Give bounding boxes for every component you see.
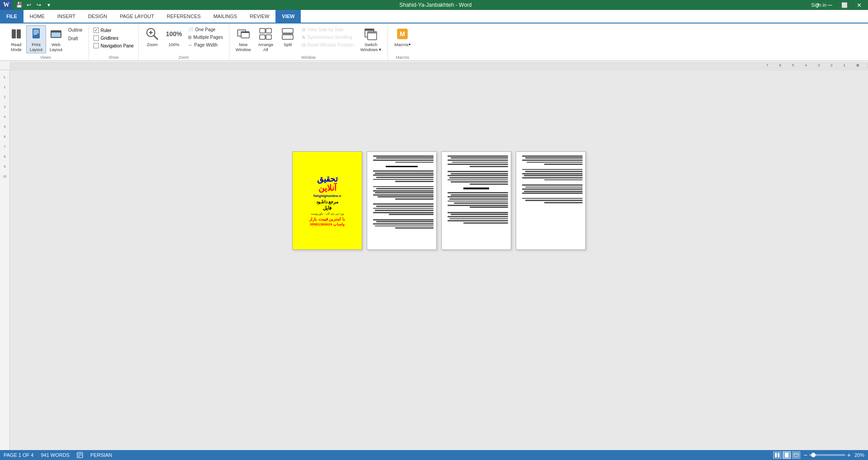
svg-rect-6 bbox=[33, 34, 37, 35]
zoom-out-button[interactable]: − bbox=[804, 452, 807, 458]
customize-qat-button[interactable]: ▾ bbox=[44, 0, 53, 9]
svg-rect-3 bbox=[33, 30, 39, 31]
split-button[interactable]: Split bbox=[278, 25, 298, 48]
tab-insert[interactable]: INSERT bbox=[51, 10, 82, 23]
macros-button[interactable]: M Macros ▾ bbox=[392, 25, 413, 48]
multiple-pages-button[interactable]: ⊞ Multiple Pages bbox=[186, 34, 225, 41]
language: PERSIAN bbox=[90, 452, 112, 458]
redo-button[interactable]: ↪ bbox=[34, 0, 43, 9]
macros-group-label: Macros bbox=[388, 55, 417, 60]
tab-references[interactable]: REFERENCES bbox=[160, 10, 207, 23]
outline-button[interactable]: Outline bbox=[66, 26, 85, 34]
ad-sub2: فایل bbox=[323, 205, 331, 211]
zoom-slider-thumb[interactable] bbox=[811, 453, 816, 457]
print-layout-icon bbox=[29, 27, 43, 41]
quick-access-toolbar: 💾 ↩ ↪ ▾ bbox=[13, 0, 55, 10]
svg-rect-20 bbox=[266, 35, 271, 39]
multiple-pages-label: Multiple Pages bbox=[193, 35, 223, 40]
tab-home[interactable]: HOME bbox=[23, 10, 51, 23]
left-ruler-mark-6: 6 bbox=[4, 131, 6, 141]
svg-line-11 bbox=[154, 36, 158, 39]
gridlines-checkbox[interactable]: Gridlines bbox=[93, 35, 119, 41]
document-canvas[interactable]: تحقیق آنلاین Tahghighonline.ir مرجع دانل… bbox=[10, 70, 868, 450]
close-button[interactable]: ✕ bbox=[852, 0, 866, 10]
split-label: Split bbox=[284, 42, 292, 47]
synchronous-scrolling-label: Synchronous Scrolling bbox=[307, 35, 352, 40]
reset-window-position-button[interactable]: ⊡ Reset Window Position bbox=[299, 42, 356, 48]
ad-price: با کمترین قیمت بازار bbox=[309, 217, 345, 221]
web-layout-icon bbox=[49, 27, 63, 41]
zoom-label: Zoom bbox=[147, 42, 158, 47]
tab-file[interactable]: FILE bbox=[0, 10, 23, 23]
view-side-by-side-label: View Side by Side bbox=[307, 27, 343, 32]
show-group: Ruler Gridlines Navigation Pane Show bbox=[89, 25, 139, 60]
page-info: PAGE 1 OF 4 bbox=[4, 452, 33, 458]
tab-mailings[interactable]: MAILINGS bbox=[207, 10, 243, 23]
zoom-button[interactable]: Zoom bbox=[142, 25, 162, 48]
navigation-pane-label: Navigation Pane bbox=[101, 43, 134, 48]
ruler-mark-2: 2 bbox=[831, 63, 832, 67]
one-page-button[interactable]: 📄 One Page bbox=[186, 26, 225, 33]
svg-rect-21 bbox=[282, 28, 293, 33]
draft-button[interactable]: Draft bbox=[66, 35, 85, 42]
one-page-label: One Page bbox=[195, 27, 215, 32]
svg-rect-27 bbox=[368, 32, 377, 33]
zoom-percent-text: 20% bbox=[854, 452, 864, 458]
ruler-mark-3: 3 bbox=[818, 63, 820, 67]
word-count-text: 941 WORDS bbox=[41, 452, 70, 458]
navigation-pane-checkbox[interactable]: Navigation Pane bbox=[93, 42, 135, 49]
arrange-all-label: ArrangeAll bbox=[258, 42, 273, 52]
zoom-slider[interactable] bbox=[809, 454, 845, 456]
ruler-checkbox[interactable]: Ruler bbox=[93, 27, 112, 33]
left-ruler-mark-L: L bbox=[4, 72, 5, 82]
new-window-button[interactable]: NewWindow bbox=[233, 25, 254, 53]
save-button[interactable]: 💾 bbox=[14, 0, 23, 9]
nav-pane-checkbox-icon bbox=[93, 43, 99, 48]
tab-review[interactable]: REVIEW bbox=[243, 10, 275, 23]
status-bar: PAGE 1 OF 4 941 WORDS PERSIAN bbox=[0, 450, 868, 460]
print-layout-button[interactable]: PrintLayout bbox=[26, 25, 46, 53]
gridlines-checkbox-icon bbox=[93, 35, 99, 41]
left-ruler-mark-2: 2 bbox=[4, 92, 6, 102]
page1-content: تحقیق آنلاین Tahghighonline.ir مرجع دانل… bbox=[293, 152, 362, 249]
arrange-all-button[interactable]: ArrangeAll bbox=[255, 25, 276, 53]
status-print-layout-button[interactable] bbox=[783, 451, 791, 459]
left-ruler-mark-9: 9 bbox=[4, 161, 6, 171]
page-width-button[interactable]: ↔ Page Width bbox=[186, 42, 225, 48]
status-web-layout-button[interactable] bbox=[792, 451, 800, 459]
outline-label: Outline bbox=[68, 28, 83, 33]
tab-view[interactable]: VIEW bbox=[275, 10, 301, 23]
zoom-group: Zoom 100% 100% 📄 One Page bbox=[139, 25, 229, 60]
print-layout-label: PrintLayout bbox=[30, 42, 43, 52]
split-icon bbox=[280, 27, 295, 41]
tab-design[interactable]: DESIGN bbox=[82, 10, 113, 23]
undo-button[interactable]: ↩ bbox=[24, 0, 33, 9]
ribbon-content: ReadMode Print bbox=[0, 23, 868, 61]
tab-page-layout[interactable]: PAGE LAYOUT bbox=[113, 10, 160, 23]
window-title: Shahid-Ya-Janbakhteh - Word bbox=[55, 2, 816, 8]
switch-windows-button[interactable]: SwitchWindows ▾ bbox=[358, 25, 384, 53]
top-ruler: 7 6 5 4 3 2 1 ⊠ bbox=[0, 61, 868, 70]
zoom-in-button[interactable]: + bbox=[847, 452, 851, 458]
synchronous-scrolling-button[interactable]: ⇅ Synchronous Scrolling bbox=[299, 34, 356, 41]
ad-title-line1: تحقیق bbox=[317, 174, 338, 183]
restore-button[interactable]: ⬜ bbox=[837, 0, 852, 10]
left-ruler-mark-1: 1 bbox=[4, 82, 6, 92]
sign-in-button[interactable]: Sign in bbox=[806, 0, 832, 10]
language-text: PERSIAN bbox=[90, 452, 112, 458]
read-mode-button[interactable]: ReadMode bbox=[6, 25, 26, 53]
document-page-4 bbox=[516, 151, 586, 250]
macros-label: Macros bbox=[394, 42, 408, 47]
read-mode-label: ReadMode bbox=[11, 42, 22, 52]
switch-windows-label: SwitchWindows ▾ bbox=[360, 42, 381, 52]
macros-dropdown-icon: ▾ bbox=[409, 42, 411, 47]
view-side-by-side-button[interactable]: ⊟ View Side by Side bbox=[299, 26, 356, 33]
status-right: − + 20% bbox=[773, 451, 864, 459]
svg-rect-34 bbox=[775, 453, 777, 457]
ad-sub1: مرجع دانلـود bbox=[316, 199, 339, 204]
ad-title-line2: آنلاین bbox=[318, 183, 336, 192]
zoom-100-button[interactable]: 100% 100% bbox=[164, 25, 184, 48]
web-layout-button[interactable]: WebLayout bbox=[46, 25, 66, 53]
proofing-icon[interactable] bbox=[77, 452, 83, 458]
status-read-mode-button[interactable] bbox=[773, 451, 781, 459]
